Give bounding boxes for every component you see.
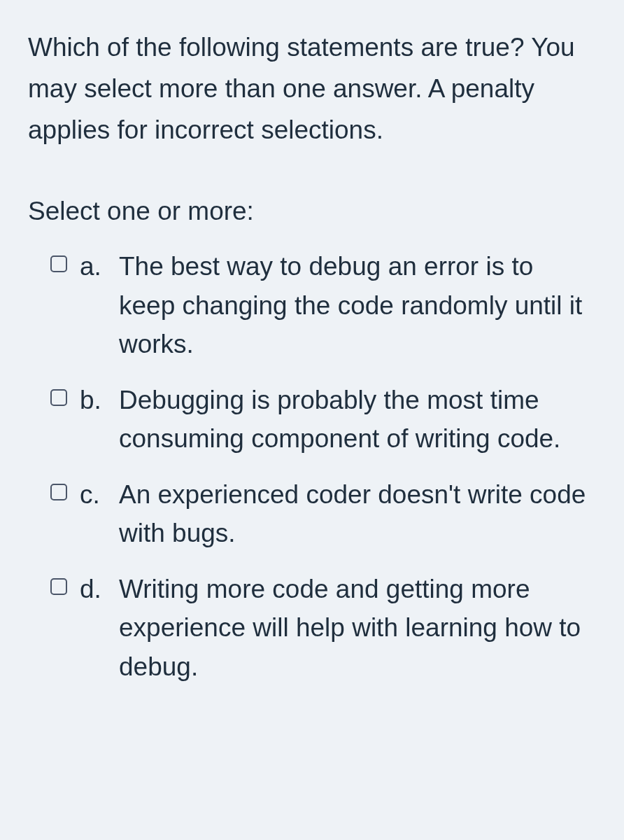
option-letter: b. [80, 381, 119, 420]
option-letter: a. [80, 247, 119, 286]
checkbox-wrapper [50, 247, 67, 275]
checkbox-wrapper [50, 570, 67, 598]
options-list: a. The best way to debug an error is to … [28, 247, 596, 686]
option-row-c: c. An experienced coder doesn't write co… [50, 475, 596, 553]
checkbox-a[interactable] [50, 255, 67, 272]
option-text: Debugging is probably the most time cons… [119, 381, 596, 458]
option-text: Writing more code and getting more exper… [119, 570, 596, 687]
checkbox-d[interactable] [50, 578, 67, 595]
option-text: An experienced coder doesn't write code … [119, 475, 596, 553]
option-letter: c. [80, 475, 119, 514]
option-letter: d. [80, 570, 119, 609]
option-row-b: b. Debugging is probably the most time c… [50, 381, 596, 458]
option-row-d: d. Writing more code and getting more ex… [50, 570, 596, 687]
select-prompt: Select one or more: [28, 192, 596, 231]
question-text: Which of the following statements are tr… [28, 27, 596, 151]
option-text: The best way to debug an error is to kee… [119, 247, 596, 364]
checkbox-wrapper [50, 475, 67, 503]
checkbox-c[interactable] [50, 484, 67, 500]
option-row-a: a. The best way to debug an error is to … [50, 247, 596, 364]
checkbox-wrapper [50, 381, 67, 409]
checkbox-b[interactable] [50, 389, 67, 406]
